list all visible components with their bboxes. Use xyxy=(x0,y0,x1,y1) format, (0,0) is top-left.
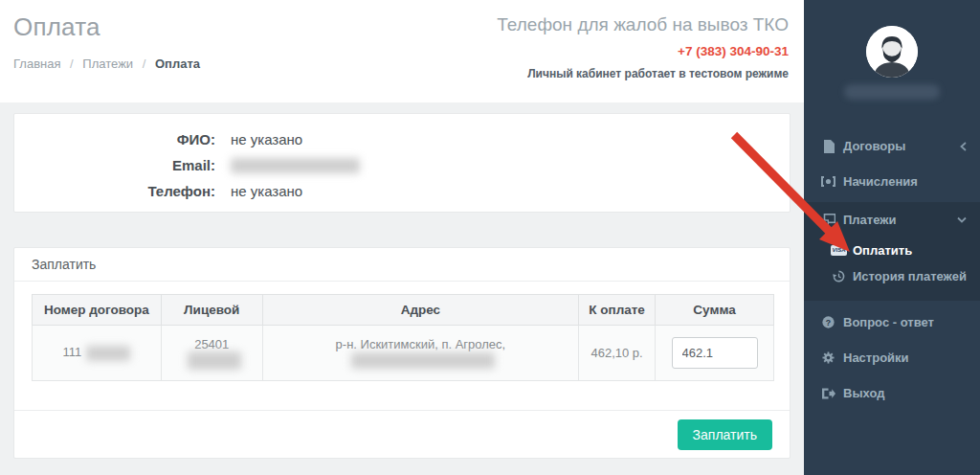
sidebar: Договоры Начисления xyxy=(804,0,980,475)
cell-amount-input xyxy=(656,326,774,381)
col-amount: Сумма xyxy=(656,295,774,326)
payments-icon xyxy=(820,214,836,227)
payment-panel-body: Номер договора Лицевой Адрес К оплате Су… xyxy=(14,282,790,410)
breadcrumb-current: Оплата xyxy=(155,57,200,71)
payments-table: Номер договора Лицевой Адрес К оплате Су… xyxy=(32,294,774,381)
app-window: Оплата Главная / Платежи / Оплата Телефо… xyxy=(0,0,980,475)
payment-panel: Заплатить Номер договора Лицевой Адрес К… xyxy=(13,247,791,459)
sidebar-item-label: Выход xyxy=(843,386,967,400)
redacted-address xyxy=(351,352,495,369)
sidebar-item-faq[interactable]: ? Вопрос - ответ xyxy=(804,305,980,340)
cell-amount-due: 462,10 р. xyxy=(579,326,656,381)
cell-contract-number: 111 xyxy=(33,326,162,381)
accruals-icon xyxy=(820,175,836,189)
amount-input[interactable] xyxy=(672,337,758,369)
chevron-down-icon xyxy=(957,216,967,223)
redacted-contract-number xyxy=(86,346,130,361)
phone-label: Телефон: xyxy=(14,183,231,199)
page-title: Оплата xyxy=(13,12,200,42)
document-icon xyxy=(820,140,836,153)
main-content: Оплата Главная / Платежи / Оплата Телефо… xyxy=(0,0,804,475)
complaint-phone-title: Телефон для жалоб на вывоз ТКО xyxy=(497,14,789,35)
col-contract-number: Номер договора xyxy=(33,295,162,326)
content-body: ФИО: не указано Email: Телефон: не указа… xyxy=(0,102,804,475)
user-avatar-icon xyxy=(866,26,918,78)
fio-label: ФИО: xyxy=(14,131,231,147)
sidebar-menu: Договоры Начисления xyxy=(804,128,980,411)
gear-icon xyxy=(820,351,836,365)
col-address: Адрес xyxy=(262,295,578,326)
sidebar-item-logout[interactable]: Выход xyxy=(804,375,980,411)
header-right: Телефон для жалоб на вывоз ТКО +7 (383) … xyxy=(497,12,789,102)
fio-value: не указано xyxy=(231,131,302,147)
payments-submenu: VISA Оплатить История платежей xyxy=(804,238,980,289)
history-icon xyxy=(831,270,847,283)
sidebar-item-pay[interactable]: VISA Оплатить xyxy=(804,238,980,263)
visa-card-icon: VISA xyxy=(831,244,847,258)
payment-panel-title: Заплатить xyxy=(14,248,790,282)
sidebar-item-label: Договоры xyxy=(843,139,960,153)
redacted-account xyxy=(188,351,241,370)
breadcrumb-home[interactable]: Главная xyxy=(13,57,60,71)
avatar xyxy=(866,26,918,78)
redacted-email-value xyxy=(231,158,360,173)
cell-address: р-н. Искитимский, п. Агролес, xyxy=(262,326,578,381)
sidebar-item-settings[interactable]: Настройки xyxy=(804,340,980,375)
redacted-username xyxy=(844,84,940,100)
col-amount-due: К оплате xyxy=(579,295,656,326)
profile-row-phone: Телефон: не указано xyxy=(14,178,790,204)
payment-panel-footer: Заплатить xyxy=(14,410,790,458)
pay-button[interactable]: Заплатить xyxy=(678,419,772,450)
profile-row-email: Email: xyxy=(14,152,790,178)
sidebar-item-label: Оплатить xyxy=(853,243,967,258)
sidebar-item-label: Вопрос - ответ xyxy=(843,315,967,329)
phone-value: не указано xyxy=(231,183,302,199)
header-left: Оплата Главная / Платежи / Оплата xyxy=(13,12,200,102)
col-account: Лицевой xyxy=(161,295,262,326)
complaint-phone-number[interactable]: +7 (383) 304-90-31 xyxy=(497,44,789,58)
svg-text:?: ? xyxy=(826,318,831,328)
contract-number-visible: 111 xyxy=(63,345,82,359)
sidebar-item-label: Платежи xyxy=(843,213,957,227)
breadcrumb-separator: / xyxy=(143,57,146,71)
sidebar-item-label: Настройки xyxy=(843,351,967,365)
sidebar-item-label: Начисления xyxy=(843,174,967,189)
profile-card: ФИО: не указано Email: Телефон: не указа… xyxy=(13,113,791,213)
table-row: 111 25401 р-н. Искитимский, п. Агролес, … xyxy=(33,326,774,381)
visa-badge-label: VISA xyxy=(831,245,847,256)
sidebar-item-payment-history[interactable]: История платежей xyxy=(804,263,980,289)
sidebar-item-label: История платежей xyxy=(853,269,967,283)
sign-out-icon xyxy=(820,387,836,400)
account-visible: 25401 xyxy=(194,337,229,351)
chevron-left-icon xyxy=(960,142,967,151)
test-mode-note: Личный кабинет работает в тестовом режим… xyxy=(497,67,789,80)
profile-row-fio: ФИО: не указано xyxy=(14,126,790,152)
breadcrumb-separator: / xyxy=(70,57,74,71)
breadcrumb: Главная / Платежи / Оплата xyxy=(13,57,200,71)
table-header-row: Номер договора Лицевой Адрес К оплате Су… xyxy=(33,295,774,326)
sidebar-group-payments: Платежи VISA Оплатить xyxy=(804,202,980,301)
question-circle-icon: ? xyxy=(820,316,836,329)
address-visible: р-н. Искитимский, п. Агролес, xyxy=(336,337,506,351)
email-label: Email: xyxy=(14,157,231,173)
sidebar-item-payments[interactable]: Платежи xyxy=(804,202,980,238)
sidebar-item-accruals[interactable]: Начисления xyxy=(804,164,980,199)
breadcrumb-payments[interactable]: Платежи xyxy=(82,57,133,71)
content-header: Оплата Главная / Платежи / Оплата Телефо… xyxy=(0,0,804,102)
cell-account: 25401 xyxy=(161,326,262,381)
sidebar-item-contracts[interactable]: Договоры xyxy=(804,128,980,164)
